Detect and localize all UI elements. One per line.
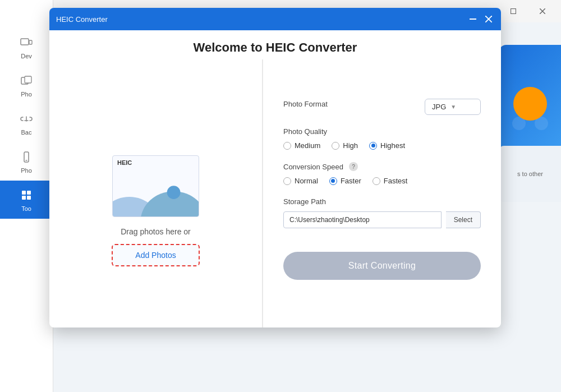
gray-card: s to other [499,146,561,202]
quality-highest-radio [369,142,377,150]
photo-format-label: Photo Format [283,100,328,108]
svg-rect-12 [22,196,26,200]
speed-faster-radio [329,177,337,185]
photo-quality-label: Photo Quality [283,127,481,136]
quality-medium-label: Medium [295,141,320,150]
speed-fastest-radio [373,177,380,185]
tools-icon [19,187,34,203]
quality-highest-indicator [371,144,375,147]
help-icon[interactable]: ? [349,162,358,171]
quality-medium[interactable]: Medium [283,141,320,150]
dropdown-arrow-icon: ▼ [450,104,456,110]
phone-icon [19,149,34,165]
svg-rect-10 [22,191,26,195]
storage-path-row: Select [283,211,481,228]
device-icon [19,35,34,50]
backup-icon [19,111,34,127]
titlebar-buttons [467,13,494,25]
photo-format-group: Photo Format JPG ▼ [283,99,481,115]
svg-rect-5 [29,40,32,44]
modal-body: HEIC Drag photos here or Add Photos Ph [49,59,501,328]
modal-left-panel: HEIC Drag photos here or Add Photos [49,59,263,328]
modal-close-btn[interactable] [483,13,494,25]
sidebar: Dev Pho Bac [0,0,53,392]
svg-rect-4 [21,39,29,45]
svg-point-22 [167,186,181,199]
maximize-btn[interactable] [500,3,526,19]
sidebar-label-phone: Pho [21,167,32,174]
svg-rect-17 [470,19,476,20]
sidebar-label-devices: Dev [21,53,32,59]
quality-high[interactable]: High [332,141,358,150]
select-path-button[interactable]: Select [446,211,481,228]
svg-rect-13 [27,196,31,200]
speed-faster-label: Faster [341,177,361,185]
speed-faster-indicator [331,179,335,183]
quality-highest-label: Highest [380,141,405,150]
modal-title: HEIC Converter [56,15,467,24]
close-btn-bg[interactable] [530,3,555,19]
sidebar-item-backup[interactable]: Bac [0,104,53,142]
svg-rect-7 [25,76,31,83]
format-dropdown[interactable]: JPG ▼ [425,99,481,115]
storage-path-input[interactable] [283,211,442,228]
sidebar-item-photos[interactable]: Pho [0,66,53,104]
sidebar-label-tools: Too [21,205,31,212]
sidebar-item-tools[interactable]: Too [0,181,53,219]
orange-circle [513,87,547,121]
sidebar-item-phone[interactable]: Pho [0,142,53,181]
conversion-speed-options: Normal Faster Fastest [283,177,481,185]
photo-icon [19,73,34,89]
quality-high-radio [332,142,339,150]
storage-path-label: Storage Path [283,197,481,206]
speed-faster[interactable]: Faster [329,177,361,185]
speed-normal[interactable]: Normal [283,177,318,185]
sidebar-label-backup: Bac [21,129,32,136]
conversion-speed-group: Conversion Speed ? Normal Faster [283,162,481,185]
modal-right-panel: Photo Format JPG ▼ Photo Quality Medium [263,82,501,328]
speed-fastest[interactable]: Fastest [373,177,408,185]
heic-tag: HEIC [113,156,136,166]
modal-titlebar: HEIC Converter [49,8,501,30]
modal-minimize-btn[interactable] [467,13,479,25]
start-converting-button[interactable]: Start Converting [283,252,481,280]
photo-quality-group: Photo Quality Medium High Highest [283,127,481,150]
speed-normal-label: Normal [295,177,318,185]
format-selected-value: JPG [432,103,446,111]
quality-high-label: High [343,141,358,150]
svg-rect-1 [511,9,516,14]
modal-window: HEIC Converter Welcome to HEIC Converter… [49,8,501,328]
storage-path-group: Storage Path Select [283,197,481,228]
quality-highest[interactable]: Highest [369,141,405,150]
drag-text: Drag photos here or [121,227,191,236]
speed-normal-radio [283,177,291,185]
heic-preview-box: HEIC [112,155,199,217]
quality-medium-radio [283,142,291,150]
svg-rect-11 [27,191,31,195]
modal-heading: Welcome to HEIC Converter [49,30,501,59]
sidebar-label-photos: Pho [21,91,32,98]
photo-quality-options: Medium High Highest [283,141,481,150]
speed-fastest-label: Fastest [384,177,408,185]
gray-card-text: s to other [517,170,543,177]
conversion-speed-label: Conversion Speed [283,163,343,171]
sidebar-item-devices[interactable]: Dev [0,28,53,66]
add-photos-button[interactable]: Add Photos [112,244,199,266]
